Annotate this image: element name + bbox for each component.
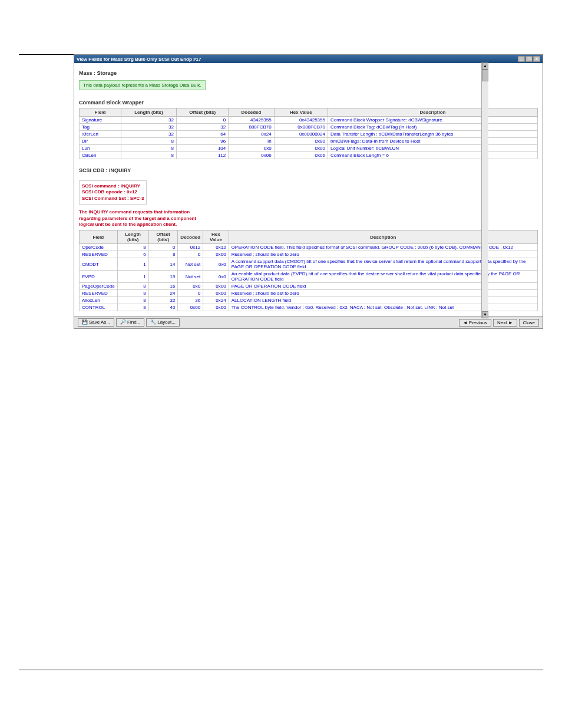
cell: ALLOCATION LENGTH field (229, 297, 537, 304)
cell: 32 (121, 131, 176, 138)
cell: AllocLen (80, 297, 118, 304)
scsi-info-line: SCSI command : INQUIRY (82, 183, 144, 189)
cell: 16 (148, 283, 178, 290)
cell: PAGE OR OPERATION CODE field (229, 283, 537, 290)
col-header: Offset (bits) (148, 230, 178, 244)
find-button[interactable]: 🔎Find... (116, 318, 144, 327)
cell: PageOperCode (80, 283, 118, 290)
minimize-button[interactable]: _ (518, 56, 525, 62)
cell: 0x12 (203, 244, 229, 251)
cell: bmCBWFlags: Data-In from Device to Host (328, 138, 537, 145)
cell: 0x06 (274, 152, 328, 159)
cell: 6 (117, 251, 148, 258)
vertical-scrollbar[interactable]: ▲ ▼ (481, 62, 488, 318)
col-header: Offset (bits) (176, 108, 228, 117)
cell: 43425355 (229, 117, 274, 124)
cell: 8 (121, 138, 176, 145)
scroll-up-button[interactable]: ▲ (482, 62, 488, 70)
cell: 8 (121, 152, 176, 159)
content-area: Mass : Storage This data payload represe… (74, 63, 543, 316)
cell: 112 (176, 152, 228, 159)
cell: Reserved ; should be set to zero (229, 290, 537, 297)
cell: 40 (148, 304, 178, 311)
cell: 0x00 (178, 304, 203, 311)
arrow-left-icon: ◄ (463, 320, 468, 325)
cell: 0x12 (178, 244, 203, 251)
table-row: CMDDT114Not set0x0A command support data… (80, 258, 538, 271)
col-header: Field (80, 108, 121, 117)
cell: 0 (148, 244, 178, 251)
cell: 8 (148, 251, 178, 258)
cell: 8 (121, 145, 176, 152)
cell: Not set (178, 271, 203, 283)
cell: A command support data (CMDDT) bit of on… (229, 258, 537, 271)
cell: Logical Unit Number: bCBWLUN (328, 145, 537, 152)
table-row: RESERVED6800x00Reserved ; should be set … (80, 251, 538, 258)
scroll-thumb[interactable] (482, 70, 488, 81)
cell: 0x80 (274, 138, 328, 145)
cell: 8 (117, 244, 148, 251)
cell: Lun (80, 145, 121, 152)
cell: Data Transfer Length : dCBWDataTransferL… (328, 131, 537, 138)
tool-icon: 🔧 (150, 319, 156, 325)
save-as-button[interactable]: 💾Save As... (78, 318, 114, 327)
next-button[interactable]: Next ► (493, 319, 517, 327)
cell: Signature (80, 117, 121, 124)
save-as-label: Save As... (89, 319, 110, 325)
window-title: View Fields for Mass Strg Bulk-Only SCSI… (77, 57, 201, 62)
cell: 32 (148, 297, 178, 304)
cell: 0x00 (203, 251, 229, 258)
page-header: Mass : Storage (79, 70, 538, 76)
cell: 32 (121, 124, 176, 131)
cell: The CONTROL byte field. Vendor : 0x0. Re… (229, 304, 537, 311)
table-row: XferLen32640x240x00000024Data Transfer L… (80, 131, 538, 138)
close-button[interactable]: Close (519, 319, 539, 327)
cell: An enable vital product data (EVPD) bit … (229, 271, 537, 283)
table-row: CBLen81120x060x06Command Block Length = … (80, 152, 538, 159)
disk-icon: 💾 (82, 319, 88, 325)
binoculars-icon: 🔎 (120, 319, 126, 325)
cell: Tag (80, 124, 121, 131)
scroll-down-button[interactable]: ▼ (482, 311, 488, 318)
previous-button[interactable]: ◄ Previous (459, 319, 491, 327)
prev-label: Previous (469, 320, 487, 325)
cell: 15 (148, 271, 178, 283)
table-row: OperCode800x120x12OPERATION CODE field. … (80, 244, 538, 251)
cell: 0 (176, 117, 228, 124)
cell: 96 (176, 138, 228, 145)
payload-badge: This data payload represents a Mass Stor… (79, 80, 206, 90)
arrow-right-icon: ► (508, 320, 513, 325)
scsi-info-line: SCSI Command Set : SPC-3 (82, 196, 144, 202)
col-header: Hex Value (274, 108, 328, 117)
col-header: Description (229, 230, 537, 244)
scsi-table: FieldLength (bits)Offset (bits)DecodedHe… (79, 230, 538, 311)
window-controls: _ □ × (518, 56, 540, 62)
table-row: AllocLen832360x24ALLOCATION LENGTH field (80, 297, 538, 304)
layout-button[interactable]: 🔧Layout... (146, 318, 180, 327)
cell: EVPD (80, 271, 118, 283)
next-label: Next (497, 320, 507, 325)
cell: 36 (178, 297, 203, 304)
cell: 0x0 (229, 145, 274, 152)
layout-label: Layout... (157, 319, 176, 325)
table-row: Signature320434253550x43425355Command Bl… (80, 117, 538, 124)
scsi-info-line: SCSI CDB opcode : 0x12 (82, 189, 144, 195)
cbw-table: FieldLength (bits)Offset (bits)DocededHe… (79, 108, 538, 159)
cell: Not set (178, 258, 203, 271)
cell: Command Block Wrapper Signature: dCBWSig… (328, 117, 537, 124)
cell: 1 (117, 271, 148, 283)
col-header: Field (80, 230, 118, 244)
maximize-button[interactable]: □ (525, 56, 533, 62)
cell: 14 (148, 258, 178, 271)
cell: 104 (176, 145, 228, 152)
col-header: Description (328, 108, 537, 117)
close-window-button[interactable]: × (533, 56, 540, 62)
titlebar: View Fields for Mass Strg Bulk-Only SCSI… (74, 55, 543, 63)
cell: 32 (176, 124, 228, 131)
cell: 8 (117, 290, 148, 297)
cell: CMDDT (80, 258, 118, 271)
cell: 8 (117, 283, 148, 290)
cell: 0 (178, 290, 203, 297)
cbw-title: Command Block Wrapper (79, 100, 538, 106)
cell: 0x00 (203, 290, 229, 297)
